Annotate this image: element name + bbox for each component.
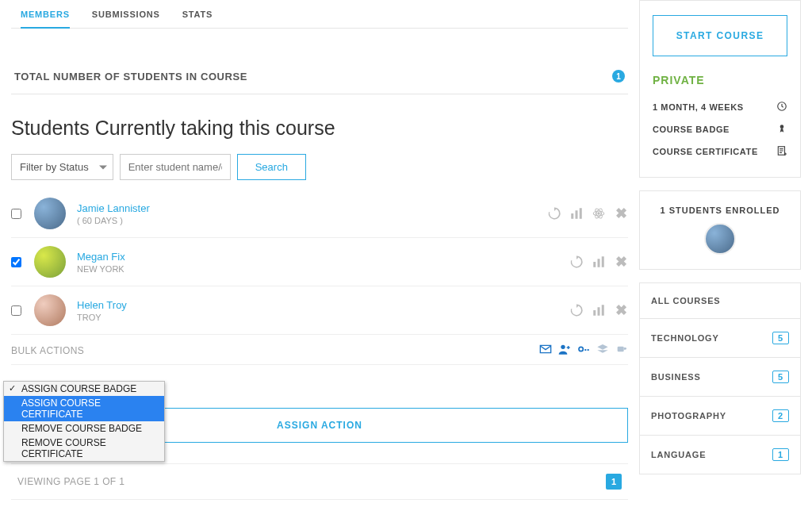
tab-submissions[interactable]: SUBMISSIONS	[92, 10, 160, 20]
total-students-label: TOTAL NUMBER OF STUDENTS IN COURSE	[14, 71, 247, 83]
layers-icon[interactable]	[596, 343, 609, 358]
category-label: LANGUAGE	[651, 450, 706, 459]
refresh-icon[interactable]	[569, 255, 584, 269]
chevron-down-icon	[99, 165, 107, 169]
pager-label: VIEWING PAGE 1 OF 1	[17, 476, 124, 487]
info-badge: COURSE BADGE	[653, 118, 787, 140]
tabs: MEMBERS SUBMISSIONS STATS	[11, 0, 628, 29]
student-row-actions: ✖	[547, 206, 628, 221]
svg-rect-12	[602, 305, 604, 316]
category-label: PHOTOGRAPHY	[651, 411, 726, 421]
student-meta: TROY	[77, 313, 569, 322]
certificate-icon	[776, 145, 787, 158]
svg-rect-7	[593, 262, 596, 267]
tab-members[interactable]: MEMBERS	[21, 10, 70, 29]
student-meta: ( 60 DAYS )	[77, 216, 547, 225]
student-row: Helen Troy TROY ✖	[11, 286, 628, 335]
avatar[interactable]	[34, 294, 66, 326]
stats-icon[interactable]	[592, 303, 606, 317]
page-number[interactable]: 1	[606, 474, 622, 490]
svg-rect-10	[593, 310, 596, 316]
mail-icon[interactable]	[539, 343, 552, 358]
bulk-option[interactable]: ASSIGN COURSE BADGE	[4, 382, 164, 396]
svg-point-14	[579, 347, 583, 351]
refresh-icon[interactable]	[547, 206, 561, 221]
student-row: Megan Fix NEW YORK ✖	[11, 238, 628, 286]
category-count: 1	[772, 448, 789, 461]
student-checkbox[interactable]	[11, 305, 21, 316]
certificate-label: COURSE CERTIFICATE	[653, 147, 758, 156]
svg-rect-0	[571, 213, 573, 219]
pager: VIEWING PAGE 1 OF 1 1	[11, 463, 628, 500]
svg-rect-1	[576, 210, 578, 219]
badge-icon	[776, 123, 787, 136]
student-row: Jamie Lannister ( 60 DAYS ) ✖	[11, 190, 628, 238]
filter-bar: Filter by Status Search	[11, 154, 628, 180]
total-students-count: 1	[612, 70, 625, 83]
stats-icon[interactable]	[592, 255, 606, 269]
svg-point-17	[780, 125, 784, 129]
category-count: 5	[772, 332, 789, 344]
svg-rect-2	[580, 208, 582, 219]
svg-rect-9	[602, 256, 604, 267]
enrolled-label: 1 STUDENTS ENROLLED	[653, 205, 787, 215]
filter-status-select[interactable]: Filter by Status	[11, 154, 113, 180]
info-duration: 1 MONTH, 4 WEEKS	[653, 96, 787, 118]
course-card: START COURSE PRIVATE 1 MONTH, 4 WEEKS CO…	[639, 0, 801, 178]
start-course-button[interactable]: START COURSE	[653, 15, 787, 56]
badge-label: COURSE BADGE	[653, 125, 730, 134]
student-checkbox[interactable]	[11, 257, 21, 267]
refresh-icon[interactable]	[569, 303, 584, 317]
category-label: TECHNOLOGY	[651, 333, 719, 343]
bulk-action-dropdown: ASSIGN COURSE BADGE ASSIGN COURSE CERTIF…	[3, 381, 165, 462]
student-row-actions: ✖	[569, 255, 628, 269]
search-button[interactable]: Search	[237, 154, 306, 180]
cup-icon[interactable]	[615, 343, 628, 358]
bulk-icons	[539, 343, 628, 358]
student-name-link[interactable]: Jamie Lannister	[77, 202, 547, 214]
stats-icon[interactable]	[569, 206, 584, 221]
total-students-row: TOTAL NUMBER OF STUDENTS IN COURSE 1	[11, 60, 628, 94]
filter-status-label: Filter by Status	[11, 154, 113, 180]
bulk-option[interactable]: REMOVE COURSE BADGE	[4, 421, 164, 436]
svg-rect-8	[598, 259, 600, 267]
remove-icon[interactable]: ✖	[614, 206, 628, 221]
key-icon[interactable]	[577, 343, 590, 358]
student-row-actions: ✖	[569, 303, 628, 317]
add-user-icon[interactable]	[558, 343, 571, 358]
avatar[interactable]	[34, 198, 66, 229]
category-count: 5	[772, 371, 789, 383]
category-item[interactable]: TECHNOLOGY 5	[639, 319, 801, 358]
tab-stats[interactable]: STATS	[182, 10, 213, 20]
svg-rect-11	[598, 307, 600, 316]
privacy-label: PRIVATE	[653, 74, 787, 86]
student-search-input[interactable]	[120, 154, 231, 180]
remove-icon[interactable]: ✖	[614, 303, 628, 317]
student-name-link[interactable]: Megan Fix	[77, 251, 569, 263]
avatar[interactable]	[34, 246, 66, 278]
section-title: Students Currently taking this course	[11, 117, 628, 140]
category-label: BUSINESS	[651, 372, 701, 382]
enrolled-avatar[interactable]	[704, 223, 736, 255]
category-item[interactable]: PHOTOGRAPHY 2	[639, 397, 801, 436]
clock-icon	[776, 101, 787, 113]
bulk-option[interactable]: ASSIGN COURSE CERTIFICATE	[4, 396, 164, 421]
bulk-actions-label: BULK ACTIONS	[11, 345, 84, 356]
enrolled-card: 1 STUDENTS ENROLLED	[639, 190, 801, 270]
svg-point-13	[561, 345, 565, 349]
category-count: 2	[772, 409, 789, 422]
category-all[interactable]: ALL COURSES	[639, 282, 801, 319]
bulk-actions-row: BULK ACTIONS	[11, 335, 628, 365]
svg-rect-15	[618, 347, 624, 352]
student-name-link[interactable]: Helen Troy	[77, 299, 569, 311]
category-list: ALL COURSES TECHNOLOGY 5 BUSINESS 5 PHOT…	[639, 282, 801, 474]
bulk-option[interactable]: REMOVE COURSE CERTIFICATE	[4, 436, 164, 461]
student-meta: NEW YORK	[77, 264, 569, 274]
category-item[interactable]: LANGUAGE 1	[639, 436, 801, 474]
svg-point-3	[597, 212, 599, 214]
category-item[interactable]: BUSINESS 5	[639, 358, 801, 397]
atom-icon[interactable]	[592, 206, 606, 221]
student-checkbox[interactable]	[11, 209, 21, 219]
info-certificate: COURSE CERTIFICATE	[653, 140, 787, 163]
remove-icon[interactable]: ✖	[614, 255, 628, 269]
